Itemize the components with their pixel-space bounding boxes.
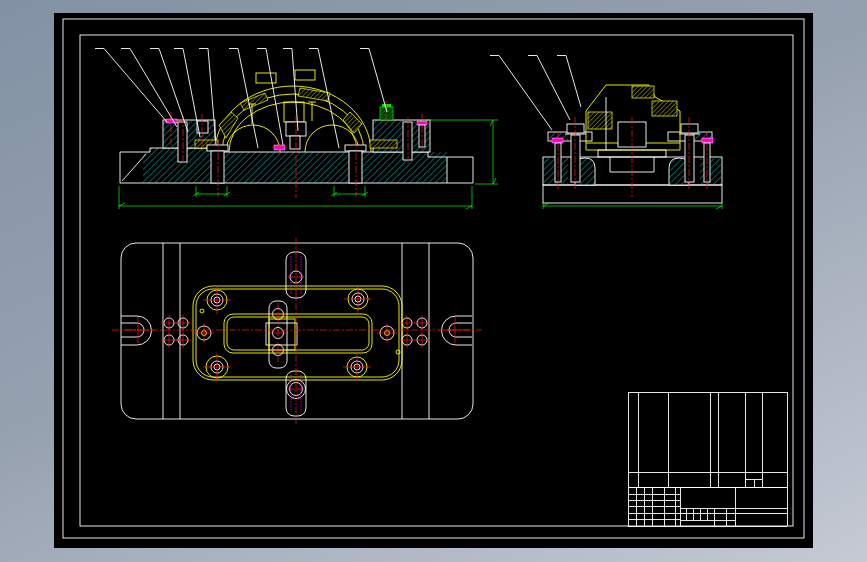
center-left-washer [274,145,285,150]
base-hatch [143,152,447,183]
drawing-canvas[interactable] [54,13,813,548]
right-stud [349,151,362,183]
right-stud-washer [345,145,366,151]
side-nut-r [681,124,698,133]
side-wp-hatch [588,112,612,129]
side-washer-l [552,138,563,143]
left-clamp-slot [178,122,187,162]
side-stud-r [685,135,694,182]
right-clamp-slot [403,122,412,160]
side-wp-hatch [632,86,654,98]
side-wp-hatch [652,101,677,116]
left-stud [211,151,224,183]
side-hatch-r [700,158,721,184]
right-flange [370,140,397,148]
side-nut-l [567,124,584,133]
left-stud-washer [207,145,228,151]
green-part-cap [382,104,391,107]
center-washer [290,136,300,149]
cad-viewport [0,0,867,562]
side-washer-r [702,138,713,143]
side-stud-l [571,135,580,182]
